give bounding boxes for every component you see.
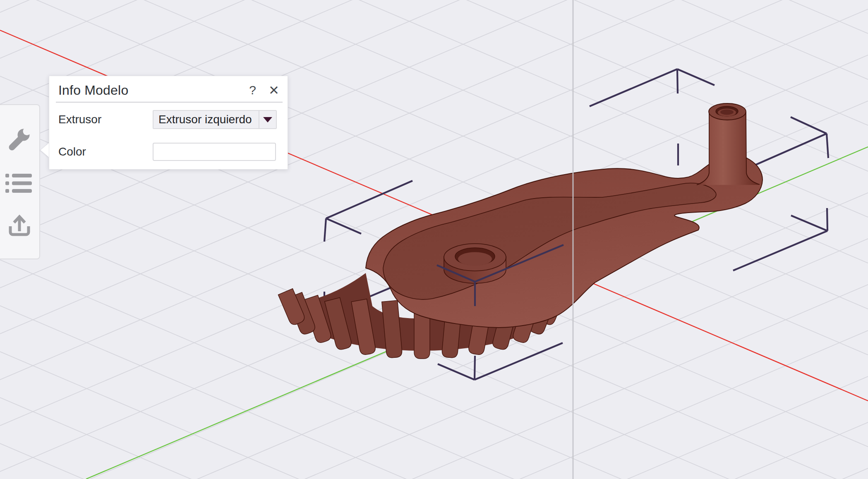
viewport-3d[interactable] (0, 0, 868, 479)
list-icon[interactable] (5, 173, 34, 193)
extruder-dropdown-value: Extrusor izquierdo (153, 113, 259, 126)
help-button[interactable]: ? (249, 84, 256, 96)
panel-pointer-arrow (41, 143, 49, 157)
model-info-panel: Info Modelo ? ✕ Extrusor Extrusor izquie… (49, 76, 288, 170)
color-input[interactable] (153, 143, 276, 161)
dropdown-arrow-box (259, 111, 276, 128)
extruder-label: Extrusor (58, 113, 153, 126)
panel-divider (56, 102, 283, 103)
left-toolbar (0, 104, 40, 259)
export-icon[interactable] (6, 214, 33, 238)
extruder-dropdown[interactable]: Extrusor izquierdo (153, 110, 277, 129)
model-ring-boss (444, 244, 506, 283)
close-icon[interactable]: ✕ (269, 84, 279, 97)
color-label: Color (58, 145, 153, 158)
slicer-window: Info Modelo ? ✕ Extrusor Extrusor izquie… (0, 0, 868, 479)
chevron-down-icon (263, 117, 272, 122)
panel-title: Info Modelo (58, 83, 249, 98)
wrench-icon[interactable] (6, 126, 33, 152)
